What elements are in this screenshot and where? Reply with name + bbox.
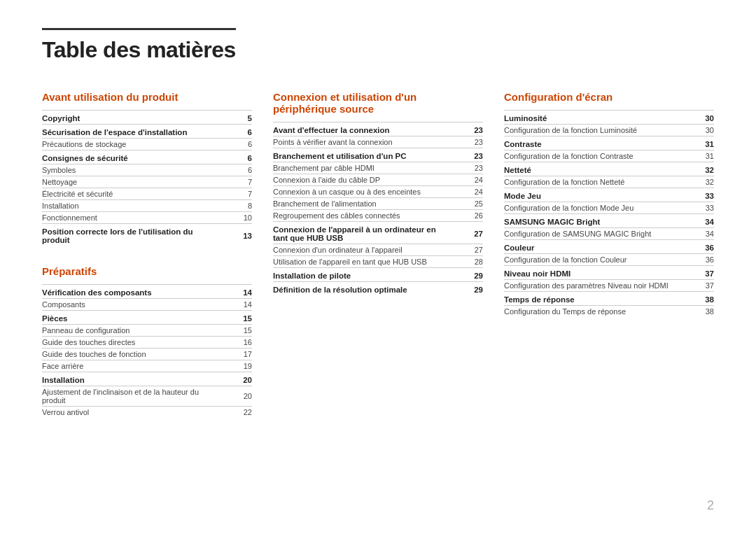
- entry-label: Netteté: [504, 162, 682, 176]
- entry-label: Utilisation de l'appareil en tant que HU…: [273, 256, 451, 268]
- entry-page: 32: [682, 176, 714, 188]
- entry-label: Définition de la résolution optimale: [273, 282, 451, 296]
- table-row: Connexion d'un ordinateur à l'appareil27: [273, 244, 483, 256]
- entry-page: 8: [220, 200, 252, 212]
- table-row: Copyright5: [42, 111, 252, 125]
- entry-label: Pièces: [42, 311, 220, 325]
- entry-page: 26: [451, 210, 483, 222]
- entry-page: 30: [682, 111, 714, 125]
- table-row: Guide des touches de fonction17: [42, 349, 252, 360]
- entry-label: Consignes de sécurité: [42, 150, 220, 164]
- entry-page: 37: [682, 280, 714, 292]
- table-row: Configuration de la fonction Couleur36: [504, 254, 714, 266]
- entry-page: 34: [682, 214, 714, 228]
- table-row: Installation20: [42, 372, 252, 386]
- section-title-preparatifs: Préparatifs: [42, 265, 252, 277]
- table-row: Mode Jeu33: [504, 188, 714, 202]
- section-title-connexion: Connexion et utilisation d'un périphériq…: [273, 91, 483, 115]
- entry-label: Précautions de stockage: [42, 139, 220, 150]
- entry-label: Composants: [42, 299, 220, 311]
- entry-label: Face arrière: [42, 360, 220, 372]
- table-row: Nettoyage7: [42, 176, 252, 188]
- entry-page: 27: [451, 222, 483, 244]
- entry-label: Points à vérifier avant la connexion: [273, 136, 451, 148]
- page-title: Table des matières: [42, 37, 236, 63]
- entry-page: 34: [682, 228, 714, 240]
- entry-page: 6: [220, 125, 252, 139]
- entry-page: 6: [220, 164, 252, 176]
- table-row: Luminosité30: [504, 111, 714, 125]
- entry-page: 23: [451, 148, 483, 162]
- entry-page: 17: [220, 349, 252, 360]
- entry-label: Installation: [42, 200, 220, 212]
- entry-page: 32: [682, 162, 714, 176]
- entry-label: Panneau de configuration: [42, 325, 220, 337]
- entry-label: Configuration de la fonction Contraste: [504, 150, 682, 162]
- entry-page: 16: [220, 337, 252, 349]
- table-row: Ajustement de l'inclinaison et de la hau…: [42, 386, 252, 407]
- table-row: Branchement par câble HDMI23: [273, 162, 483, 174]
- entry-label: Nettoyage: [42, 176, 220, 188]
- entry-page: 23: [451, 122, 483, 136]
- toc-table-connexion: Avant d'effectuer la connexion23Points à…: [273, 122, 483, 295]
- column-col3: Configuration d'écranLuminosité30Configu…: [504, 91, 714, 337]
- table-row: Verrou antivol22: [42, 407, 252, 419]
- entry-page: 29: [451, 268, 483, 282]
- entry-page: 5: [220, 111, 252, 125]
- table-row: Configuration du Temps de réponse38: [504, 306, 714, 318]
- toc-table-configuration: Luminosité30Configuration de la fonction…: [504, 110, 714, 317]
- entry-page: 22: [220, 407, 252, 419]
- entry-label: Symboles: [42, 164, 220, 176]
- entry-label: Connexion à l'aide du câble DP: [273, 174, 451, 186]
- table-row: Avant d'effectuer la connexion23: [273, 122, 483, 136]
- toc-table-preparatifs: Vérification des composants14Composants1…: [42, 284, 252, 418]
- entry-page: 25: [451, 198, 483, 210]
- column-col2: Connexion et utilisation d'un périphériq…: [273, 91, 483, 315]
- entry-label: Installation: [42, 372, 220, 386]
- table-row: Connexion à un casque ou à des enceintes…: [273, 186, 483, 198]
- table-row: Face arrière19: [42, 360, 252, 372]
- entry-page: 29: [451, 282, 483, 296]
- table-row: Électricité et sécurité7: [42, 188, 252, 200]
- entry-label: Guide des touches directes: [42, 337, 220, 349]
- table-row: Points à vérifier avant la connexion23: [273, 136, 483, 148]
- section-title-avant-utilisation: Avant utilisation du produit: [42, 91, 252, 103]
- table-row: Configuration de la fonction Mode Jeu33: [504, 202, 714, 214]
- table-row: Installation de pilote29: [273, 268, 483, 282]
- table-row: Connexion à l'aide du câble DP24: [273, 174, 483, 186]
- entry-page: 27: [451, 244, 483, 256]
- entry-label: Avant d'effectuer la connexion: [273, 122, 451, 136]
- entry-page: 31: [682, 136, 714, 150]
- table-row: Position correcte lors de l'utilisation …: [42, 224, 252, 246]
- entry-label: Configuration de la fonction Mode Jeu: [504, 202, 682, 214]
- table-row: Pièces15: [42, 311, 252, 325]
- table-row: Composants14: [42, 299, 252, 311]
- entry-label: Configuration de SAMSUNG MAGIC Bright: [504, 228, 682, 240]
- table-row: Fonctionnement10: [42, 212, 252, 224]
- section-preparatifs: PréparatifsVérification des composants14…: [42, 265, 252, 418]
- entry-label: SAMSUNG MAGIC Bright: [504, 214, 682, 228]
- entry-label: Regroupement des câbles connectés: [273, 210, 451, 222]
- entry-label: Vérification des composants: [42, 285, 220, 299]
- entry-label: Fonctionnement: [42, 212, 220, 224]
- table-row: Sécurisation de l'espace d'installation6: [42, 125, 252, 139]
- entry-page: 7: [220, 176, 252, 188]
- entry-page: 23: [451, 162, 483, 174]
- table-row: Netteté32: [504, 162, 714, 176]
- table-row: Branchement de l'alimentation25: [273, 198, 483, 210]
- entry-page: 6: [220, 139, 252, 150]
- table-row: Installation8: [42, 200, 252, 212]
- entry-label: Verrou antivol: [42, 407, 220, 419]
- section-connexion: Connexion et utilisation d'un périphériq…: [273, 91, 483, 295]
- entry-page: 19: [220, 360, 252, 372]
- entry-label: Sécurisation de l'espace d'installation: [42, 125, 220, 139]
- table-row: SAMSUNG MAGIC Bright34: [504, 214, 714, 228]
- entry-label: Luminosité: [504, 111, 682, 125]
- entry-label: Configuration de la fonction Couleur: [504, 254, 682, 266]
- entry-page: 20: [220, 386, 252, 407]
- entry-label: Copyright: [42, 111, 220, 125]
- entry-page: 33: [682, 188, 714, 202]
- entry-label: Temps de réponse: [504, 292, 682, 306]
- entry-page: 24: [451, 174, 483, 186]
- table-row: Utilisation de l'appareil en tant que HU…: [273, 256, 483, 268]
